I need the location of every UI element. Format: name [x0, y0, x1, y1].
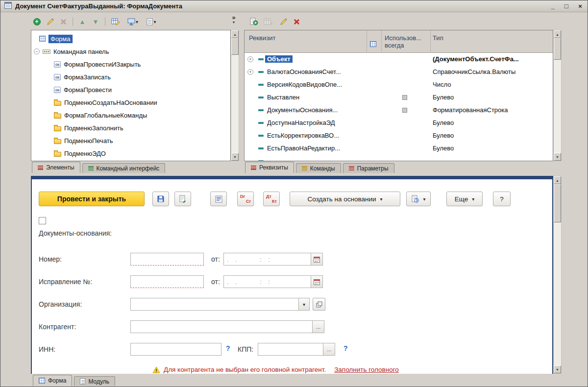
- edit-table-button[interactable]: [109, 16, 122, 27]
- kpp-field[interactable]: ...: [258, 343, 335, 356]
- column-attribute[interactable]: Реквизит: [249, 34, 275, 42]
- post-button[interactable]: [174, 192, 191, 206]
- calendar-button[interactable]: [311, 276, 322, 288]
- preview-form-button[interactable]: ▾: [124, 16, 142, 27]
- move-down-button[interactable]: ▼: [90, 16, 101, 27]
- attributes-table: Реквизит Использов... всегда Тип + Объек…: [244, 30, 553, 161]
- table-row[interactable]: ДокументыОснования... ФорматированнаяСтр…: [245, 104, 553, 117]
- edo-button[interactable]: ▾: [406, 192, 431, 206]
- scroll-up-button[interactable]: ▲: [231, 30, 239, 38]
- document-movements-button[interactable]: [210, 192, 227, 206]
- tab-command-interface[interactable]: Командный интерфейс: [82, 163, 166, 173]
- tab-module[interactable]: Модуль: [74, 376, 115, 386]
- attribute-name: ВалютаОснованияСчет...: [267, 68, 341, 75]
- table-row[interactable]: ДоступнаНастройкаЭД Булево: [245, 117, 553, 129]
- collapse-icon[interactable]: −: [34, 48, 40, 54]
- date-input[interactable]: [224, 276, 311, 288]
- scroll-down-button[interactable]: ▼: [554, 153, 561, 161]
- scroll-thumb[interactable]: [231, 38, 239, 55]
- tab-commands[interactable]: Команды: [296, 163, 341, 173]
- tree-item[interactable]: ПодменюЗаполнить: [31, 121, 230, 134]
- close-button[interactable]: ×: [576, 2, 585, 10]
- minimize-button[interactable]: _: [548, 2, 557, 10]
- move-up-button[interactable]: ▲: [76, 16, 88, 27]
- more-button[interactable]: Еще ▾: [446, 192, 483, 206]
- table-row[interactable]: ЕстьПравоНаРедактир... Булево: [245, 142, 553, 155]
- tree-scrollbar[interactable]: ▲ ▼: [231, 30, 239, 161]
- tree-item[interactable]: ок ФормаПровести: [31, 83, 230, 96]
- button-label: Создать на основании: [307, 195, 376, 203]
- table-row[interactable]: ЕстьКорректировкаВО... Булево: [245, 129, 553, 142]
- tree-item-command-panel[interactable]: − Командная панель: [31, 45, 230, 58]
- table-row[interactable]: Выставлен Булево: [245, 91, 553, 104]
- calendar-button[interactable]: [311, 253, 322, 265]
- contractor-input[interactable]: [131, 321, 312, 333]
- tree-item[interactable]: ПодменюЭДО: [31, 147, 230, 160]
- form-canvas[interactable]: Провести и закрыть Dr Cr Дт Кт Создать н…: [32, 179, 552, 374]
- expand-icon[interactable]: +: [247, 56, 253, 62]
- attribute-type: СправочникСсылка.Валюты: [433, 68, 515, 75]
- tree-item[interactable]: ПодменюСоздатьНаОсновании: [31, 96, 230, 109]
- fill-head-contractor-link[interactable]: Заполнить головного: [334, 366, 399, 373]
- correction-input[interactable]: [130, 275, 204, 288]
- contractor-field[interactable]: ...: [130, 320, 324, 333]
- tree-item[interactable]: ок ФормаЗаписать: [31, 71, 230, 83]
- post-and-close-button[interactable]: Провести и закрыть: [39, 192, 145, 206]
- date-input[interactable]: [224, 253, 311, 265]
- tab-form[interactable]: Форма: [33, 375, 72, 386]
- organization-input[interactable]: [131, 298, 298, 310]
- table-row[interactable]: + Объект (ДокументОбъект.СчетФа...: [245, 53, 553, 66]
- use-always-checkbox[interactable]: [402, 108, 407, 113]
- attributes-scrollbar[interactable]: ▲ ▼: [553, 30, 562, 161]
- choose-button[interactable]: ...: [323, 343, 335, 355]
- table-row[interactable]: ВерсияКодовВидовОпе... Число: [245, 78, 553, 91]
- inn-help-link[interactable]: ?: [226, 344, 230, 352]
- dropdown-icon: ▾: [380, 196, 383, 202]
- expand-icon[interactable]: +: [247, 69, 253, 75]
- correction-date-field[interactable]: [223, 275, 323, 288]
- number-input[interactable]: [130, 253, 204, 266]
- create-based-on-button[interactable]: Создать на основании ▾: [290, 192, 400, 206]
- delete-button[interactable]: [57, 16, 69, 27]
- tab-elements[interactable]: Элементы: [32, 162, 80, 173]
- delete-attribute-button[interactable]: [291, 16, 302, 27]
- inn-input[interactable]: [130, 343, 221, 356]
- form-checkbox[interactable]: [39, 217, 46, 224]
- tree-item[interactable]: ФормаГлобальныеКоманды: [31, 109, 230, 121]
- maximize-button[interactable]: □: [562, 2, 571, 10]
- form-scrollbar[interactable]: ▲ ▼: [553, 176, 562, 374]
- tree-item-form-root[interactable]: Форма: [31, 32, 230, 45]
- edit-attribute-button[interactable]: [277, 16, 289, 27]
- scroll-down-button[interactable]: ▼: [231, 153, 239, 161]
- add-button[interactable]: +: [31, 16, 43, 27]
- column-use-always[interactable]: Использов... всегда: [385, 34, 421, 49]
- choose-button[interactable]: ...: [312, 321, 324, 333]
- combo-dropdown-button[interactable]: ▾: [298, 298, 309, 310]
- dt-kt-button[interactable]: Дт Кт: [263, 192, 280, 206]
- scroll-thumb[interactable]: [554, 38, 561, 60]
- view-mode-button[interactable]: ▾: [143, 16, 160, 27]
- scroll-down-button[interactable]: ▼: [554, 365, 561, 373]
- add-attribute-button[interactable]: [248, 16, 260, 27]
- help-button[interactable]: ?: [493, 192, 511, 206]
- save-button[interactable]: [152, 192, 169, 206]
- scroll-thumb[interactable]: [554, 184, 561, 222]
- tab-parameters[interactable]: Параметры: [343, 163, 394, 173]
- scroll-up-button[interactable]: ▲: [554, 30, 561, 38]
- column-type[interactable]: Тип: [433, 34, 443, 42]
- kpp-input[interactable]: [258, 343, 323, 355]
- table-row[interactable]: + ВалютаОснованияСчет... СправочникСсылк…: [245, 66, 553, 78]
- tab-attributes[interactable]: Реквизиты: [245, 162, 294, 173]
- organization-combo[interactable]: ▾: [130, 298, 310, 311]
- edit-button[interactable]: [44, 16, 56, 27]
- dr-cr-button[interactable]: Dr Cr: [237, 192, 254, 206]
- toolbar-overflow-button[interactable]: » ▼: [229, 15, 238, 25]
- tree-item[interactable]: ок ФормаПровестиИЗакрыть: [31, 58, 230, 71]
- tree-item[interactable]: ПодменюПечать: [31, 134, 230, 147]
- copy-attribute-button[interactable]: [261, 16, 276, 27]
- use-always-checkbox[interactable]: [402, 95, 407, 100]
- kpp-help-link[interactable]: ?: [343, 344, 348, 352]
- open-organization-button[interactable]: [313, 298, 325, 311]
- date-field[interactable]: [223, 253, 323, 266]
- scroll-up-button[interactable]: ▲: [554, 176, 561, 184]
